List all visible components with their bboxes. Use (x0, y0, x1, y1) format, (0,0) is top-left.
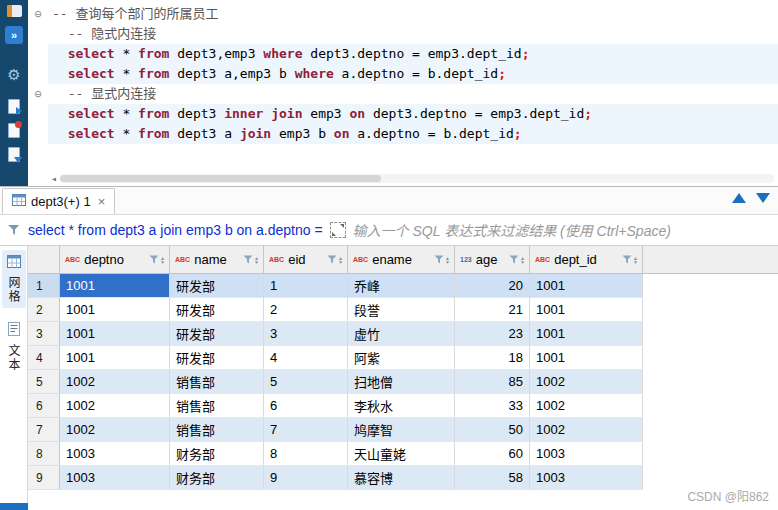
cell-dept_id[interactable]: 1002 (530, 394, 643, 418)
cell-dept_id[interactable]: 1002 (530, 370, 643, 394)
filter-icon[interactable] (7, 224, 21, 236)
row-number[interactable]: 4 (28, 346, 60, 370)
column-header-name[interactable]: ABCname▲▼ (170, 246, 264, 273)
cell-age[interactable]: 18 (455, 346, 530, 370)
fold-collapse-icon[interactable]: ⊖ (28, 84, 48, 104)
expand-filter-icon[interactable] (330, 222, 346, 238)
row-number[interactable]: 9 (28, 466, 60, 490)
new-script-icon[interactable] (8, 123, 20, 138)
cell-age[interactable]: 33 (455, 394, 530, 418)
column-header-eid[interactable]: ABCeid▲▼ (264, 246, 348, 273)
minimize-panel-icon[interactable] (756, 193, 770, 203)
cell-dept_id[interactable]: 1003 (530, 442, 643, 466)
cell-name[interactable]: 销售部 (170, 418, 264, 442)
fold-collapse-icon[interactable]: ⊖ (28, 4, 48, 24)
cell-deptno[interactable]: 1002 (60, 394, 170, 418)
cell-ename[interactable]: 李秋水 (348, 394, 455, 418)
cell-age[interactable]: 21 (455, 298, 530, 322)
column-header-dept_id[interactable]: ABCdept_id▲▼ (530, 246, 643, 273)
cell-age[interactable]: 58 (455, 466, 530, 490)
cell-age[interactable]: 23 (455, 322, 530, 346)
cell-name[interactable]: 销售部 (170, 370, 264, 394)
cell-dept_id[interactable]: 1002 (530, 418, 643, 442)
cell-name[interactable]: 财务部 (170, 442, 264, 466)
cell-dept_id[interactable]: 1001 (530, 298, 643, 322)
cell-ename[interactable]: 慕容博 (348, 466, 455, 490)
cell-eid[interactable]: 7 (264, 418, 348, 442)
column-filter-icon[interactable]: ▲▼ (622, 255, 638, 264)
cell-age[interactable]: 85 (455, 370, 530, 394)
code-line[interactable]: select * from dept3 a,emp3 b where a.dep… (28, 64, 778, 84)
projects-panel-icon[interactable]: » (5, 26, 23, 44)
maximize-panel-icon[interactable] (732, 193, 746, 203)
cell-ename[interactable]: 乔峰 (348, 274, 455, 298)
column-filter-icon[interactable]: ▲▼ (327, 255, 343, 264)
column-filter-icon[interactable]: ▲▼ (149, 255, 165, 264)
cell-deptno[interactable]: 1001 (60, 274, 170, 298)
column-filter-icon[interactable]: ▲▼ (243, 255, 259, 264)
cell-ename[interactable]: 天山童姥 (348, 442, 455, 466)
cell-deptno[interactable]: 1003 (60, 442, 170, 466)
cell-deptno[interactable]: 1002 (60, 418, 170, 442)
row-number[interactable]: 5 (28, 370, 60, 394)
cell-deptno[interactable]: 1001 (60, 298, 170, 322)
grid-corner[interactable] (28, 246, 60, 273)
cell-eid[interactable]: 3 (264, 322, 348, 346)
column-header-age[interactable]: 123age▲▼ (455, 246, 530, 273)
code-line[interactable]: select * from dept3 inner join emp3 on d… (28, 104, 778, 124)
row-number[interactable]: 2 (28, 298, 60, 322)
sql-editor[interactable]: ⊖-- 查询每个部门的所属员工 -- 隐式内连接 select * from d… (28, 0, 778, 186)
code-line[interactable]: select * from dept3 a join emp3 b on a.d… (28, 124, 778, 144)
column-filter-icon[interactable]: ▲▼ (434, 255, 450, 264)
cell-deptno[interactable]: 1001 (60, 322, 170, 346)
cell-ename[interactable]: 虚竹 (348, 322, 455, 346)
row-number[interactable]: 3 (28, 322, 60, 346)
scrollbar-track[interactable] (60, 174, 774, 183)
cell-eid[interactable]: 2 (264, 298, 348, 322)
row-number[interactable]: 1 (28, 274, 60, 298)
cell-eid[interactable]: 5 (264, 370, 348, 394)
execute-script-icon[interactable] (8, 99, 20, 114)
scroll-left-icon[interactable]: ◂ (48, 173, 60, 184)
cell-eid[interactable]: 1 (264, 274, 348, 298)
cell-name[interactable]: 研发部 (170, 346, 264, 370)
code-line[interactable]: select * from dept3,emp3 where dept3.dep… (28, 44, 778, 64)
tab-text-view[interactable]: 文本 (2, 318, 26, 376)
cell-deptno[interactable]: 1003 (60, 466, 170, 490)
gear-icon[interactable]: ⚙ (7, 67, 20, 82)
cell-name[interactable]: 研发部 (170, 274, 264, 298)
column-header-deptno[interactable]: ABCdeptno▲▼ (60, 246, 170, 273)
close-icon[interactable]: × (98, 194, 106, 209)
editor-hscrollbar[interactable]: ◂ (48, 172, 774, 184)
cell-deptno[interactable]: 1001 (60, 346, 170, 370)
row-number[interactable]: 7 (28, 418, 60, 442)
column-filter-icon[interactable]: ▲▼ (509, 255, 525, 264)
save-script-icon[interactable] (8, 147, 20, 162)
cell-dept_id[interactable]: 1001 (530, 274, 643, 298)
row-number[interactable]: 8 (28, 442, 60, 466)
cell-ename[interactable]: 扫地僧 (348, 370, 455, 394)
cell-age[interactable]: 50 (455, 418, 530, 442)
cell-ename[interactable]: 鸠摩智 (348, 418, 455, 442)
cell-age[interactable]: 60 (455, 442, 530, 466)
cell-name[interactable]: 销售部 (170, 394, 264, 418)
database-navigator-icon[interactable] (7, 5, 22, 17)
code-line[interactable]: -- 隐式内连接 (28, 24, 778, 44)
scrollbar-thumb[interactable] (60, 175, 381, 182)
cell-eid[interactable]: 4 (264, 346, 348, 370)
cell-eid[interactable]: 9 (264, 466, 348, 490)
cell-name[interactable]: 研发部 (170, 322, 264, 346)
result-tab-dept3[interactable]: dept3(+) 1 × (2, 188, 115, 214)
cell-dept_id[interactable]: 1001 (530, 346, 643, 370)
cell-eid[interactable]: 8 (264, 442, 348, 466)
row-number[interactable]: 6 (28, 394, 60, 418)
cell-ename[interactable]: 阿紫 (348, 346, 455, 370)
filter-input[interactable]: select * from dept3 a join emp3 b on a.d… (28, 220, 771, 240)
cell-deptno[interactable]: 1002 (60, 370, 170, 394)
cell-eid[interactable]: 6 (264, 394, 348, 418)
cell-name[interactable]: 财务部 (170, 466, 264, 490)
column-header-ename[interactable]: ABCename▲▼ (348, 246, 455, 273)
cell-dept_id[interactable]: 1001 (530, 322, 643, 346)
tab-grid-view[interactable]: 网格 (2, 250, 26, 308)
cell-ename[interactable]: 段誉 (348, 298, 455, 322)
